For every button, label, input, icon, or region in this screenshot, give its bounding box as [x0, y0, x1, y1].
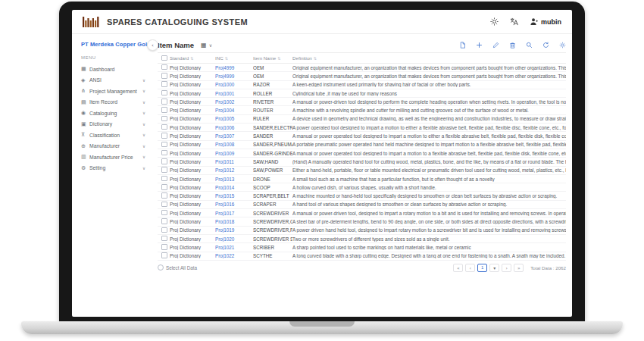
cell-item-name: SAW,POWER — [253, 167, 292, 173]
cell-standard: Proj Dictionary — [170, 236, 215, 242]
cell-inc-link[interactable]: Proj1017 — [215, 211, 253, 216]
sidebar-item-dictionary[interactable]: ▣ Dictionary ∨ — [81, 119, 152, 130]
cell-inc-link[interactable]: Proj1009 — [215, 151, 253, 156]
cell-inc-link[interactable]: Proj1008 — [215, 142, 253, 147]
cell-inc-link[interactable]: Proj1019 — [215, 227, 253, 233]
sort-icon[interactable]: ⇅ — [190, 56, 193, 61]
row-checkbox[interactable] — [161, 227, 167, 233]
cell-inc-link[interactable]: Proj1020 — [215, 236, 253, 242]
cell-definition: A manual or power operated tool designed… — [292, 151, 566, 156]
view-grid-icon[interactable]: ▦ — [201, 42, 207, 48]
sidebar-item-manufacturer-price[interactable]: ▥ Manufacturer Price ∨ — [81, 152, 152, 163]
sidebar-item-dashboard[interactable]: ▦ Dashboard — [81, 64, 152, 75]
add-icon[interactable] — [476, 42, 483, 48]
col-inc: INC — [215, 55, 224, 61]
sort-icon[interactable]: ⇅ — [277, 56, 280, 61]
cell-item-name: SCOOP — [253, 185, 292, 190]
cell-inc-link[interactable]: Proj4999 — [215, 74, 253, 79]
cell-definition: A keen-edged instrument used primarily f… — [292, 82, 566, 87]
row-checkbox[interactable] — [161, 90, 167, 96]
sidebar-item-classification[interactable]: ⊼ Classification ∨ — [81, 130, 152, 141]
cell-inc-link[interactable]: Proj1005 — [215, 116, 253, 121]
cell-inc-link[interactable]: Proj1022 — [215, 253, 253, 258]
row-checkbox[interactable] — [161, 124, 167, 130]
cell-inc-link[interactable]: Proj1002 — [215, 99, 253, 105]
row-checkbox[interactable] — [161, 244, 167, 250]
cell-inc-link[interactable]: Proj1001 — [215, 91, 253, 96]
pagination-prev-button[interactable]: ‹ — [465, 264, 475, 272]
row-checkbox[interactable] — [161, 150, 167, 156]
row-checkbox[interactable] — [161, 167, 167, 173]
sidebar-item-cataloguing[interactable]: ◉ Cataloguing ∨ — [81, 108, 152, 119]
user-menu[interactable]: mubin — [530, 17, 561, 26]
row-checkbox[interactable] — [161, 107, 167, 113]
row-checkbox[interactable] — [161, 192, 167, 199]
translate-icon[interactable] — [510, 17, 518, 26]
sort-icon[interactable]: ⇅ — [314, 56, 317, 61]
pagination-next-button[interactable]: › — [502, 264, 511, 272]
row-checkbox[interactable] — [161, 202, 167, 208]
refresh-icon[interactable] — [542, 42, 549, 48]
select-all-data[interactable]: Select All Data — [158, 264, 197, 271]
row-checkbox[interactable] — [161, 99, 167, 105]
row-checkbox[interactable] — [161, 158, 167, 164]
cell-inc-link[interactable]: Proj4999 — [215, 65, 253, 70]
row-checkbox[interactable] — [161, 236, 167, 242]
sidebar-item-manufacturer[interactable]: ⊕ Manufacturer ∨ — [81, 141, 152, 152]
settings-gear-icon[interactable] — [559, 42, 566, 48]
row-checkbox[interactable] — [161, 133, 167, 139]
cell-item-name: OEM — [253, 65, 292, 70]
table-row: Proj Dictionary Proj1006 SANDER,ELECTRIC… — [158, 124, 566, 132]
cell-standard: Proj Dictionary — [170, 82, 215, 87]
cell-inc-link[interactable]: Proj1018 — [215, 219, 253, 224]
cell-inc-link[interactable]: Proj1014 — [215, 185, 253, 190]
cell-inc-link[interactable]: Proj1011 — [215, 159, 253, 164]
table-row: Proj Dictionary Proj1011 SAW,HAND (Hand)… — [158, 158, 566, 166]
pagination-page-1[interactable]: 1 — [477, 264, 487, 272]
cell-definition: A manual or power operated tool designed… — [292, 133, 566, 139]
row-checkbox[interactable] — [161, 210, 167, 216]
sidebar-item-setting[interactable]: ⚙ Setting ∨ — [81, 163, 152, 174]
app-logo-icon — [83, 17, 99, 27]
delete-trash-icon[interactable] — [509, 42, 516, 48]
laptop-bezel: SPARES CATALOGUING SYSTEM — [59, 2, 585, 321]
cell-inc-link[interactable]: Proj1012 — [215, 167, 253, 173]
export-file-icon[interactable] — [459, 42, 466, 48]
page-size-dropdown[interactable]: ▾ — [489, 264, 499, 272]
total-data-label: Total Data : 2062 — [530, 265, 566, 271]
row-checkbox[interactable] — [161, 64, 167, 70]
cell-inc-link[interactable]: Proj1007 — [215, 133, 253, 139]
search-icon[interactable] — [526, 42, 533, 48]
select-all-checkbox[interactable] — [158, 264, 164, 271]
sidebar-item-ansi[interactable]: ◈ ANSI ∨ — [81, 75, 152, 86]
pagination-first-button[interactable]: « — [453, 264, 463, 272]
select-page-checkbox[interactable] — [161, 55, 167, 61]
sidebar-collapse-button[interactable]: ‹ — [147, 39, 158, 51]
sidebar-item-item-record[interactable]: ▤ Item Record ∨ — [81, 97, 152, 108]
cell-inc-link[interactable]: Proj1015 — [215, 193, 253, 199]
cell-inc-link[interactable]: Proj1021 — [215, 245, 253, 250]
cell-inc-link[interactable]: Proj1000 — [215, 82, 253, 87]
cell-inc-link[interactable]: Proj1006 — [215, 125, 253, 130]
theme-sun-icon[interactable] — [490, 17, 499, 26]
view-caret-icon[interactable]: ∨ — [209, 42, 212, 48]
row-checkbox[interactable] — [161, 218, 167, 224]
cell-standard: Proj Dictionary — [170, 219, 215, 224]
edit-pencil-icon[interactable] — [492, 42, 499, 48]
chevron-down-icon: ∨ — [142, 155, 145, 159]
table-toolbar — [459, 42, 566, 48]
cell-standard: Proj Dictionary — [170, 185, 215, 190]
cell-inc-link[interactable]: Proj1016 — [215, 202, 253, 207]
row-checkbox[interactable] — [161, 142, 167, 148]
pagination-last-button[interactable]: » — [514, 264, 524, 272]
row-checkbox[interactable] — [161, 116, 167, 122]
row-checkbox[interactable] — [161, 184, 167, 190]
row-checkbox[interactable] — [161, 252, 167, 258]
cell-inc-link[interactable]: Proj1013 — [215, 177, 253, 182]
cell-inc-link[interactable]: Proj1004 — [215, 108, 253, 113]
row-checkbox[interactable] — [161, 81, 167, 87]
row-checkbox[interactable] — [161, 176, 167, 182]
row-checkbox[interactable] — [161, 73, 167, 79]
sort-icon[interactable]: ⇅ — [225, 56, 228, 61]
sidebar-item-project-management[interactable]: ⋔ Project Management ∨ — [81, 86, 152, 97]
